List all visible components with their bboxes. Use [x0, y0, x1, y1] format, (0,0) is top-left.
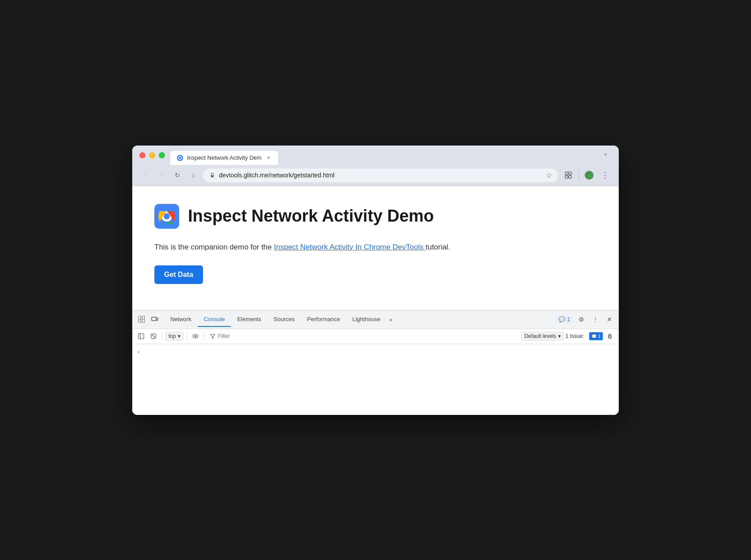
toolbar-divider-2	[187, 332, 187, 340]
active-tab[interactable]: Inspect Network Activity Dem ×	[170, 151, 278, 165]
page-header: Inspect Network Activity Demo	[154, 204, 597, 229]
console-clear-button[interactable]	[148, 331, 159, 341]
issues-badge-count: 1	[567, 316, 570, 322]
address-bar[interactable]: devtools.glitch.me/network/getstarted.ht…	[203, 169, 558, 182]
devtools-settings-icon[interactable]: ⚙	[575, 314, 587, 325]
description-suffix: tutorial.	[425, 243, 450, 251]
tab-close-button[interactable]: ×	[265, 154, 272, 161]
tab-elements[interactable]: Elements	[231, 312, 267, 327]
address-icons: ☆	[546, 171, 552, 180]
issues-badge-icon: 💬	[559, 316, 565, 322]
svg-point-13	[164, 213, 170, 219]
svg-rect-19	[157, 318, 158, 320]
console-eye-icon[interactable]	[190, 331, 201, 341]
console-right-actions: Default levels ▾ 1 Issue: 💬 1	[521, 331, 615, 341]
gear-icon	[607, 333, 613, 339]
avatar-icon: 🦎	[584, 170, 594, 180]
maximize-button[interactable]	[159, 152, 165, 158]
cursor-box-icon	[138, 316, 145, 323]
forward-button[interactable]: ›	[155, 169, 168, 181]
filter-input[interactable]	[218, 333, 517, 339]
console-sidebar-toggle[interactable]	[136, 331, 146, 341]
extensions-icon[interactable]	[562, 169, 575, 182]
tab-performance[interactable]: Performance	[301, 312, 346, 327]
page-description: This is the companion demo for the Inspe…	[154, 241, 597, 253]
page-title: Inspect Network Activity Demo	[188, 207, 434, 226]
console-expand-row[interactable]: ›	[136, 348, 615, 356]
svg-rect-6	[569, 172, 571, 175]
more-tabs-button[interactable]: »	[387, 313, 395, 326]
svg-point-25	[195, 335, 196, 337]
issues-prefix: 1 Issue:	[566, 333, 584, 339]
svg-rect-15	[142, 316, 145, 319]
device-toggle-icon[interactable]	[149, 314, 161, 325]
filter-bar[interactable]	[207, 333, 520, 339]
devtools-more-options-icon[interactable]: ⋮	[590, 314, 601, 325]
close-button[interactable]	[139, 152, 146, 158]
security-icon	[209, 172, 215, 178]
levels-label: Default levels	[524, 333, 556, 339]
puzzle-icon	[564, 171, 573, 180]
devtools-toolbar: Network Console Elements Sources Perform…	[132, 311, 619, 329]
tab-lighthouse[interactable]: Lighthouse	[346, 312, 387, 327]
tab-sources[interactable]: Sources	[268, 312, 301, 327]
tab-menu-button[interactable]: ˅	[599, 151, 612, 163]
get-data-button[interactable]: Get Data	[154, 265, 203, 284]
browser-window: Inspect Network Activity Dem × ˅ ‹ › ↻ ⌂…	[132, 146, 619, 415]
sidebar-icon	[138, 333, 144, 339]
console-toolbar: top ▾ Default levels ▾	[132, 329, 619, 344]
nav-actions: 🦎 ⋮	[562, 169, 612, 182]
chrome-menu-button[interactable]: ⋮	[598, 169, 612, 182]
levels-arrow-icon: ▾	[558, 333, 561, 339]
log-levels-dropdown[interactable]: Default levels ▾	[521, 332, 563, 341]
new-tab-button[interactable]	[278, 151, 291, 163]
inspect-element-icon[interactable]	[136, 314, 147, 325]
console-settings-icon[interactable]	[605, 331, 615, 341]
context-selector[interactable]: top ▾	[165, 332, 184, 341]
tab-favicon	[176, 154, 184, 161]
devtools-panel: Network Console Elements Sources Perform…	[132, 310, 619, 415]
minimize-button[interactable]	[149, 152, 155, 158]
tutorial-link[interactable]: Inspect Network Activity In Chrome DevTo…	[274, 243, 425, 251]
tab-console[interactable]: Console	[198, 312, 231, 327]
expand-arrow-icon: ›	[138, 349, 139, 355]
svg-marker-26	[211, 334, 215, 338]
svg-text:🦎: 🦎	[586, 173, 592, 179]
url-text: devtools.glitch.me/network/getstarted.ht…	[219, 172, 542, 179]
issues-badge[interactable]: 💬 1	[556, 315, 573, 323]
devtools-tool-icons	[136, 314, 161, 325]
svg-rect-7	[565, 176, 568, 178]
home-button[interactable]: ⌂	[187, 169, 199, 181]
traffic-lights	[139, 152, 165, 164]
bookmark-icon[interactable]: ☆	[546, 171, 552, 180]
svg-rect-14	[138, 316, 141, 319]
svg-rect-4	[211, 175, 214, 177]
tab-network[interactable]: Network	[164, 312, 198, 327]
svg-rect-18	[152, 317, 156, 321]
svg-rect-16	[138, 320, 141, 322]
description-prefix: This is the companion demo for the	[154, 243, 274, 251]
tab-bar: Inspect Network Activity Dem × ˅	[170, 151, 612, 165]
devtools-close-button[interactable]: ✕	[604, 314, 615, 325]
svg-rect-5	[565, 172, 568, 175]
context-arrow-icon: ▾	[178, 333, 180, 339]
svg-line-23	[152, 334, 155, 338]
issue-badge-count: 1	[598, 334, 601, 339]
svg-point-2	[179, 157, 181, 159]
nav-divider	[579, 170, 579, 180]
toolbar-divider-3	[204, 332, 204, 340]
eye-icon	[192, 333, 199, 339]
back-button[interactable]: ‹	[139, 169, 152, 181]
context-label: top	[169, 333, 176, 339]
chrome-logo-icon	[154, 204, 179, 229]
reload-button[interactable]: ↻	[171, 169, 184, 181]
issue-badge-icon: 💬	[591, 334, 597, 339]
issue-badge[interactable]: 💬 1	[589, 332, 603, 340]
svg-rect-17	[142, 320, 145, 322]
title-bar: Inspect Network Activity Dem × ˅	[132, 146, 619, 165]
profile-icon[interactable]: 🦎	[582, 169, 596, 182]
issues-count: 1 Issue: 💬 1	[566, 332, 603, 340]
clear-icon	[150, 333, 157, 339]
page-content: Inspect Network Activity Demo This is th…	[132, 186, 619, 310]
devtools-tabs: Network Console Elements Sources Perform…	[164, 312, 556, 327]
